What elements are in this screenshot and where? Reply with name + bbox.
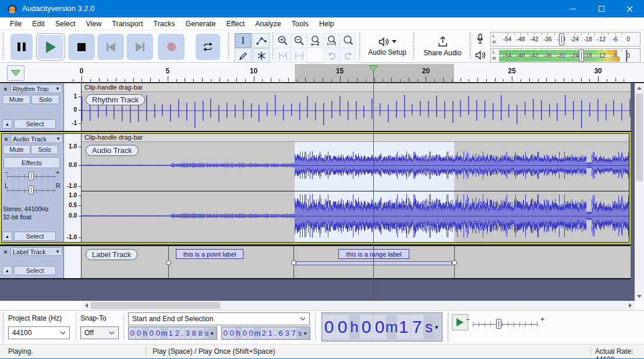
maximize-button[interactable] bbox=[587, 0, 615, 17]
scroll-up-button[interactable] bbox=[635, 83, 644, 93]
skip-to-end-button[interactable] bbox=[126, 34, 153, 60]
loop-pin-button[interactable] bbox=[7, 65, 24, 81]
rhythm-track-select-button[interactable]: Select bbox=[14, 119, 56, 129]
time-digit[interactable]: 0 bbox=[129, 328, 135, 339]
menu-item-help[interactable]: Help bbox=[314, 18, 339, 30]
snap-to-combobox[interactable]: Off bbox=[80, 326, 119, 339]
playhead-triangle-icon[interactable] bbox=[369, 65, 378, 72]
time-digit[interactable]: 6 bbox=[278, 328, 284, 339]
rhythm-clip-header[interactable]: Clip-handle drag-bar bbox=[82, 83, 631, 92]
time-digit[interactable]: 0 bbox=[360, 315, 373, 339]
play-speed-slider[interactable] bbox=[473, 322, 538, 327]
loop-button[interactable] bbox=[196, 34, 220, 60]
audio-track-menu-button[interactable]: Audio Track▼ bbox=[10, 134, 63, 143]
time-digit[interactable]: 0 bbox=[136, 328, 141, 339]
menu-item-tools[interactable]: Tools bbox=[286, 18, 314, 30]
gain-slider-thumb[interactable] bbox=[29, 172, 34, 180]
point-label[interactable]: this is a point label bbox=[176, 249, 243, 259]
time-unit[interactable]: h bbox=[235, 328, 241, 339]
selection-start-time-field[interactable]: 00h00m12.388s▾ bbox=[128, 326, 217, 340]
selection-tool-button[interactable]: I bbox=[235, 33, 252, 48]
rhythm-track-menu-button[interactable]: Rhythm Trac▼ bbox=[10, 84, 62, 93]
chevron-down-icon[interactable]: ▾ bbox=[304, 330, 307, 336]
audio-track-select-button[interactable]: Select bbox=[14, 232, 56, 241]
envelope-tool-button[interactable] bbox=[253, 33, 270, 48]
zoom-in-button[interactable] bbox=[275, 33, 291, 48]
audio-track-effects-button[interactable]: Effects bbox=[3, 157, 60, 168]
label-track-collapse-button[interactable]: ▲ bbox=[2, 266, 12, 275]
time-digit[interactable]: . bbox=[181, 328, 184, 339]
time-unit[interactable]: s bbox=[297, 328, 303, 339]
time-unit[interactable]: m bbox=[161, 328, 167, 339]
menu-item-generate[interactable]: Generate bbox=[180, 18, 221, 30]
time-unit[interactable]: m bbox=[387, 315, 397, 339]
time-digit[interactable]: 7 bbox=[411, 315, 423, 339]
rhythm-track-vertical-ruler[interactable]: 10-1 bbox=[64, 83, 82, 131]
label-handle[interactable] bbox=[291, 260, 296, 265]
time-unit[interactable]: h bbox=[349, 315, 359, 339]
zoom-out-button[interactable] bbox=[291, 33, 307, 48]
rhythm-track-solo-button[interactable]: Solo bbox=[31, 95, 59, 104]
project-rate-combobox[interactable]: 44100 bbox=[8, 326, 70, 339]
time-digit[interactable]: 0 bbox=[229, 328, 235, 339]
time-digit[interactable]: 2 bbox=[261, 328, 267, 339]
menu-item-effect[interactable]: Effect bbox=[221, 18, 250, 30]
timeline-ruler[interactable] bbox=[0, 64, 644, 82]
time-digit[interactable]: 1 bbox=[267, 328, 273, 339]
menu-item-edit[interactable]: Edit bbox=[27, 18, 50, 30]
time-digit[interactable]: 0 bbox=[373, 315, 386, 339]
audio-track-waveform-left[interactable] bbox=[82, 142, 631, 191]
record-button[interactable] bbox=[158, 34, 185, 60]
menu-item-file[interactable]: File bbox=[5, 18, 27, 30]
silence-audio-button[interactable] bbox=[291, 48, 307, 63]
time-digit[interactable]: 0 bbox=[323, 315, 335, 339]
share-audio-button[interactable]: Share Audio bbox=[416, 33, 469, 61]
rhythm-track-waveform[interactable] bbox=[82, 92, 631, 131]
recording-level-slider-thumb[interactable] bbox=[559, 33, 564, 45]
rhythm-track-collapse-button[interactable]: ▲ bbox=[2, 119, 12, 129]
menu-item-analyze[interactable]: Analyze bbox=[250, 18, 286, 30]
record-meter-mic-button[interactable] bbox=[472, 32, 488, 46]
label-track-content[interactable]: Label Track this is a point labelthis is… bbox=[82, 246, 631, 278]
time-unit[interactable]: m bbox=[254, 328, 260, 339]
audio-track-vertical-ruler[interactable]: 1.00.0-1.01.00.50.0-1.0 bbox=[64, 133, 82, 243]
vertical-scrollbar-thumb[interactable] bbox=[636, 94, 643, 181]
scroll-down-button[interactable] bbox=[635, 292, 644, 301]
transport-toolbar-grip[interactable] bbox=[2, 33, 4, 61]
time-digit[interactable]: 7 bbox=[291, 328, 296, 339]
play-speed-slider-thumb[interactable] bbox=[496, 319, 501, 329]
fit-project-button[interactable] bbox=[324, 33, 339, 48]
rhythm-track-mute-button[interactable]: Mute bbox=[2, 95, 30, 104]
selection-end-time-field[interactable]: 00h00m21.637s▾ bbox=[221, 326, 310, 340]
audio-track-solo-button[interactable]: Solo bbox=[31, 145, 58, 154]
time-digit[interactable]: 0 bbox=[336, 315, 349, 339]
time-digit[interactable]: 0 bbox=[242, 328, 247, 339]
time-digit[interactable]: 1 bbox=[397, 315, 410, 339]
edit-toolbar-grip[interactable] bbox=[272, 33, 274, 61]
rhythm-track-name-badge[interactable]: Rhythm Track bbox=[86, 94, 145, 105]
redo-button[interactable] bbox=[340, 48, 356, 63]
timeline-ruler-canvas[interactable] bbox=[0, 64, 644, 82]
rhythm-track-close-button[interactable]: × bbox=[2, 85, 9, 93]
label-track-close-button[interactable]: × bbox=[2, 248, 9, 255]
audio-track-name-badge[interactable]: Audio Track bbox=[86, 145, 139, 156]
audio-clip-header[interactable]: Clip-handle drag-bar bbox=[82, 133, 631, 142]
audio-setup-button[interactable]: Audio Setup bbox=[362, 33, 412, 61]
time-digit[interactable]: 8 bbox=[197, 328, 203, 339]
label-handle[interactable] bbox=[166, 260, 171, 265]
zoom-toggle-button[interactable] bbox=[340, 33, 356, 48]
multi-tool-button[interactable] bbox=[253, 48, 270, 63]
label-track-select-button[interactable]: Select bbox=[14, 266, 56, 275]
scroll-right-button[interactable] bbox=[625, 301, 635, 310]
horizontal-scrollbar[interactable] bbox=[82, 301, 635, 310]
skip-to-start-button[interactable] bbox=[97, 34, 124, 60]
playback-level-slider-thumb[interactable] bbox=[579, 49, 584, 62]
share-toolbar-grip[interactable] bbox=[413, 33, 415, 61]
playback-meter[interactable]: LR-54-48-42-36-30-24-18-12-60 bbox=[490, 48, 641, 63]
play-at-speed-toolbar-grip[interactable] bbox=[447, 313, 449, 342]
time-digit[interactable]: 0 bbox=[248, 328, 254, 339]
audio-track-mute-button[interactable]: Mute bbox=[3, 145, 30, 154]
horizontal-scrollbar-thumb[interactable] bbox=[91, 302, 220, 309]
time-digit[interactable]: 0 bbox=[148, 328, 154, 339]
audio-position-time-display[interactable]: 00h00m17s▾ bbox=[321, 312, 443, 342]
